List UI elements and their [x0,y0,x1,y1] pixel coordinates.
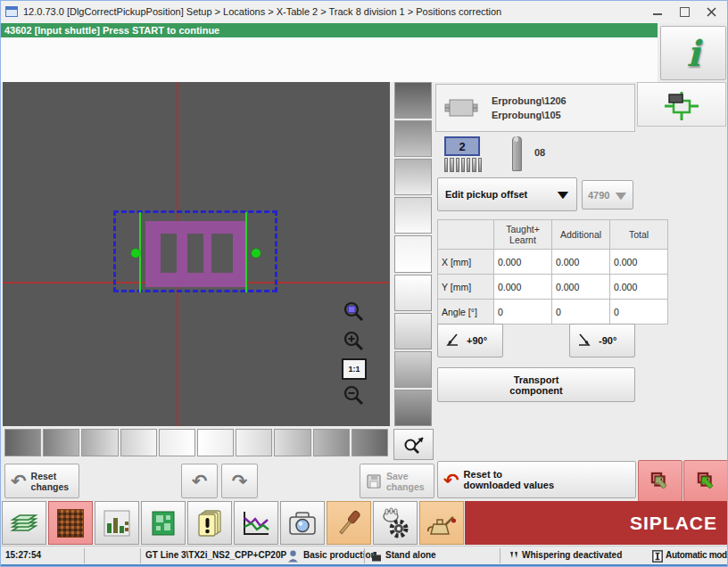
brand-bar: SIPLACE [465,501,728,545]
whispering-icon [509,551,519,560]
status-whispering: Whispering deactivated [522,550,622,560]
gradient-segment [352,429,388,456]
edit-pickup-offset-dropdown[interactable]: Edit pickup offset ▼ [437,177,577,211]
feeder-icon: 2 [444,136,480,156]
status-time: 15:27:54 [5,550,41,560]
pcb-icon [147,507,179,539]
automatic-mode-icon [652,550,663,563]
pickup-dot-left [131,249,140,258]
redo-icon: ↷ [232,472,248,490]
status-divider [500,548,500,563]
toolbar-board-view-button[interactable] [141,501,186,545]
toolbar-boards-button[interactable] [2,501,46,545]
trend-chart-icon [240,507,272,539]
corner-cell [438,220,494,250]
transport-component-button[interactable]: Transport component [437,367,635,402]
gradient-segment [394,313,432,349]
rotate-plus-90-button[interactable]: +90° [437,324,503,357]
zoom-in-button[interactable] [342,329,367,354]
bar-chart-icon [101,507,133,539]
undo-button[interactable]: ↶ [181,464,218,498]
zoom-in-icon [343,330,366,353]
component-shape [145,221,247,287]
pick-measure-button[interactable] [393,429,434,460]
zoom-out-icon [343,384,366,407]
minimize-icon [653,13,662,15]
zoom-out-button[interactable] [342,383,367,408]
return-arrow-icon [649,470,672,493]
minimize-button[interactable] [644,0,671,23]
component-centering-icon [661,86,702,122]
rotate-angle-icon [575,332,593,349]
undo-icon: ↶ [192,472,208,490]
angle-taught-cell[interactable]: 0 [494,300,552,325]
x-additional-cell[interactable]: 0.000 [552,250,610,275]
reset-downloaded-button[interactable]: ↶ Reset to downloaded values [437,461,636,498]
pickup-dot-right [252,249,261,258]
gradient-segment [394,390,432,426]
row-label-x: X [mm] [438,250,494,275]
return-main-button[interactable] [683,460,728,502]
nozzle-label: 08 [534,147,545,158]
maximize-icon [680,7,690,17]
vertical-gray-strip[interactable] [394,82,432,426]
maximize-button[interactable] [671,0,698,23]
y-taught-cell[interactable]: 0.000 [494,275,552,300]
gradient-segment [394,120,432,157]
component-shape-box: Erprobung\1206 Erprobung\105 [435,84,635,132]
rotate-plus-label: +90° [467,335,487,346]
window-title: 12.0.73.0 [DlgCorrectPickupPosition] Set… [23,6,501,17]
x-total-cell[interactable]: 0.000 [610,250,668,275]
toolbar-trend-chart-button[interactable] [234,501,278,545]
x-taught-cell[interactable]: 0.000 [494,250,552,275]
edit-pickup-offset-label: Edit pickup offset [445,189,527,200]
rotate-minus-90-button[interactable]: -90° [569,324,635,357]
zoom-reset-button[interactable]: 1:1 [342,357,367,382]
toolbar-feeder-table-button[interactable] [48,501,93,545]
y-total-cell[interactable]: 0.000 [610,275,668,300]
pick-measure-icon [402,435,426,455]
zoom-region-button[interactable] [342,300,367,325]
toolbar-error-log-button[interactable] [187,501,232,545]
gradient-segment [313,429,350,456]
table-row: X [mm] 0.000 0.000 0.000 [438,250,668,275]
gradient-segment [81,429,118,456]
toolbar-manual-service-button[interactable] [373,501,418,545]
status-network-mode: Stand alone [385,550,436,560]
toolbar-lubrication-button[interactable] [419,501,464,545]
status-operation-mode: Automatic mode [666,550,728,560]
toolbar-repair-button[interactable] [327,501,371,545]
screwdriver-icon [333,507,365,539]
component-centering-tab[interactable] [637,82,726,127]
close-button[interactable] [698,0,724,23]
col-header-taught: Taught+ Learnt [494,220,552,250]
row-label-y: Y [mm] [438,275,494,300]
gradient-segment [236,429,272,456]
reset-changes-label: Reset changes [31,471,70,492]
application-window: 12.0.73.0 [DlgCorrectPickupPosition] Set… [0,0,728,567]
hand-gear-icon [379,507,411,539]
status-bar: 15:27:54 GT Line 3\TX2i_NS2_CPP+CP20P Ba… [0,546,728,565]
y-additional-cell[interactable]: 0.000 [552,275,610,300]
save-changes-button[interactable]: Save changes [360,464,434,498]
gradient-segment [120,429,157,456]
feeder-number: 2 [459,140,465,153]
angle-total-cell[interactable]: 0 [610,300,668,325]
rotate-minus-label: -90° [599,335,616,346]
camera-view[interactable]: 1:1 [3,82,390,426]
horizontal-gray-strip[interactable] [4,429,388,456]
gradient-segment [274,429,310,456]
toolbar-statistics-button[interactable] [95,501,139,545]
gantry-dropdown[interactable]: 4790 ▼ [582,180,633,210]
gradient-segment [394,159,432,195]
angle-additional-cell[interactable]: 0 [552,300,610,325]
info-button[interactable]: i [660,26,726,80]
toolbar-camera-button[interactable] [280,501,325,545]
chevron-down-icon: ▼ [554,187,573,201]
reset-changes-button[interactable]: ↶ Reset changes [4,464,79,498]
return-previous-button[interactable] [638,460,682,502]
redo-button[interactable]: ↷ [221,464,258,498]
standalone-icon [371,551,382,562]
status-divider [364,548,365,563]
save-changes-label: Save changes [386,471,425,492]
